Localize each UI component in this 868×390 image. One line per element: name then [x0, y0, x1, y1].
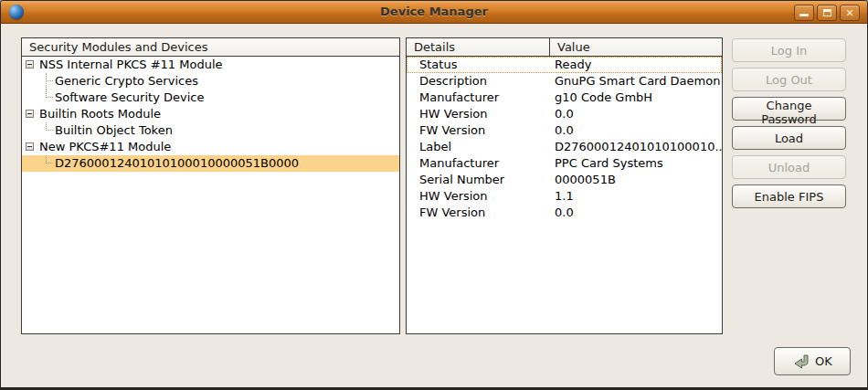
detail-value: 0.0 [550, 122, 722, 139]
close-icon: ✕ [845, 8, 853, 18]
detail-field: Status [407, 57, 550, 73]
details-row-fw-version-token[interactable]: FW Version 0.0 [407, 205, 722, 221]
log-out-button[interactable]: Log Out [732, 68, 846, 91]
close-button[interactable]: ✕ [840, 5, 860, 21]
detail-value: D27600012401010100010... [550, 139, 722, 155]
tree-item-label: New PKCS#11 Module [39, 139, 171, 155]
detail-value: Ready [550, 57, 722, 73]
tree-item-builtin-roots-module[interactable]: Builtin Roots Module [22, 106, 399, 122]
details-row-fw-version-module[interactable]: FW Version 0.0 [407, 122, 722, 139]
tree-item-label: Builtin Roots Module [39, 106, 161, 122]
collapse-expander-icon[interactable] [26, 60, 34, 69]
action-buttons-column: Log In Log Out Change Password Load Unlo… [732, 38, 846, 214]
details-row-hw-version-token[interactable]: HW Version 1.1 [407, 188, 722, 205]
detail-value: GnuPG Smart Card Daemon [550, 73, 722, 90]
detail-value: 0.0 [550, 106, 722, 122]
details-header-row: Details Value [407, 38, 722, 57]
tree-connector [46, 90, 53, 98]
unload-button[interactable]: Unload [732, 155, 846, 179]
detail-field: HW Version [407, 106, 550, 122]
minimize-button[interactable] [794, 5, 814, 21]
tree-item-smartcard-aid-selected[interactable]: D27600012401010100010000051B0000 [22, 155, 399, 172]
detail-value: 0.0 [550, 205, 722, 221]
collapse-expander-icon[interactable] [26, 142, 34, 151]
detail-value: g10 Code GmbH [550, 90, 722, 106]
detail-field: HW Version [407, 188, 550, 205]
detail-field: Manufacturer [407, 155, 550, 172]
details-row-label[interactable]: Label D27600012401010100010... [407, 139, 722, 155]
details-row-status[interactable]: Status Ready [407, 57, 722, 73]
ok-return-arrow-icon [792, 354, 810, 369]
detail-field: FW Version [407, 205, 550, 221]
tree-column-header[interactable]: Security Modules and Devices [22, 38, 399, 57]
tree-item-label: Software Security Device [55, 90, 204, 106]
enable-fips-button[interactable]: Enable FIPS [732, 184, 846, 208]
tree-item-label: Generic Crypto Services [55, 73, 198, 90]
tree-item-builtin-object-token[interactable]: Builtin Object Token [22, 122, 399, 139]
ok-button-label: OK [815, 354, 832, 368]
tree-item-label: Builtin Object Token [55, 122, 173, 139]
details-row-manufacturer-module[interactable]: Manufacturer g10 Code GmbH [407, 90, 722, 106]
detail-field: FW Version [407, 122, 550, 139]
details-row-manufacturer-token[interactable]: Manufacturer PPC Card Systems [407, 155, 722, 172]
detail-value: 0000051B [550, 172, 722, 188]
detail-field: Label [407, 139, 550, 155]
ok-button[interactable]: OK [774, 347, 851, 375]
details-row-hw-version-module[interactable]: HW Version 0.0 [407, 106, 722, 122]
tree-connector [46, 122, 53, 131]
tree-item-new-pkcs11-module[interactable]: New PKCS#11 Module [22, 139, 399, 155]
titlebar[interactable]: Device Manager ✕ [1, 1, 867, 24]
security-modules-tree: Security Modules and Devices NSS Interna… [21, 37, 400, 334]
detail-field: Description [407, 73, 550, 90]
tree-body: NSS Internal PKCS #11 Module Generic Cry… [22, 57, 399, 172]
detail-value: 1.1 [550, 188, 722, 205]
tree-item-label: NSS Internal PKCS #11 Module [39, 57, 223, 73]
load-button[interactable]: Load [732, 126, 846, 150]
column-header-value[interactable]: Value [550, 38, 722, 57]
details-row-description[interactable]: Description GnuPG Smart Card Daemon [407, 73, 722, 90]
maximize-icon [823, 9, 831, 16]
maximize-button[interactable] [817, 5, 837, 21]
detail-field: Manufacturer [407, 90, 550, 106]
tree-connector [46, 155, 53, 163]
column-header-details[interactable]: Details [407, 38, 550, 57]
tree-item-software-security-device[interactable]: Software Security Device [22, 90, 399, 106]
tree-item-generic-crypto-services[interactable]: Generic Crypto Services [22, 73, 399, 90]
tree-item-label: D27600012401010100010000051B0000 [55, 155, 299, 172]
collapse-expander-icon[interactable] [26, 110, 34, 118]
log-in-button[interactable]: Log In [732, 38, 846, 62]
tree-item-nss-internal-module[interactable]: NSS Internal PKCS #11 Module [22, 57, 399, 73]
details-row-serial-number[interactable]: Serial Number 0000051B [407, 172, 722, 188]
detail-value: PPC Card Systems [550, 155, 722, 172]
details-table: Details Value Status Ready Description G… [406, 37, 723, 334]
window-title: Device Manager [1, 5, 867, 18]
change-password-button[interactable]: Change Password [732, 97, 846, 121]
detail-field: Serial Number [407, 172, 550, 188]
device-manager-window: Device Manager ✕ Security Modules and De… [0, 0, 868, 390]
window-controls: ✕ [794, 5, 860, 21]
minimize-icon [799, 14, 809, 16]
tree-connector [46, 73, 53, 90]
